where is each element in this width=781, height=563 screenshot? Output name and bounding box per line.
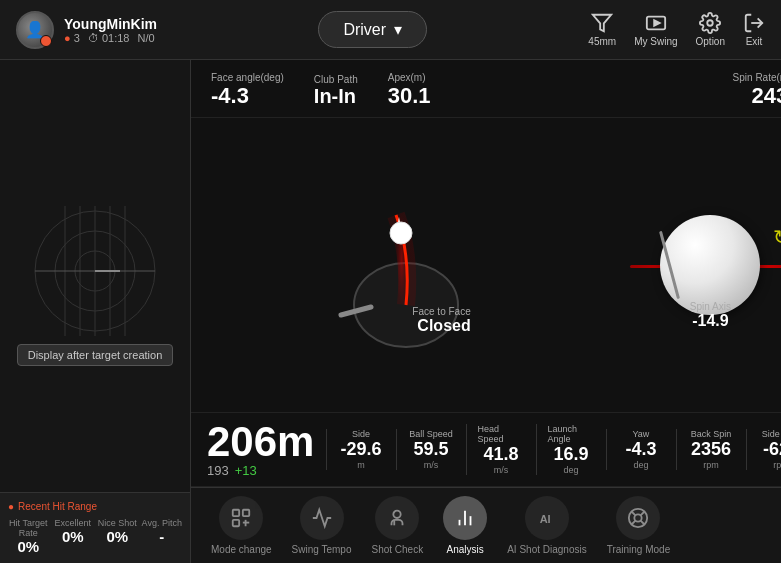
user-name: YoungMinKim [64, 16, 157, 32]
tool-training-label: Training Mode [607, 544, 671, 555]
svg-point-17 [390, 222, 412, 244]
icon-option[interactable]: Option [696, 12, 725, 47]
tool-training-icon [616, 496, 660, 540]
metric-club-path-label: Club Path [314, 74, 358, 85]
stat-side: Side -29.6 m [326, 429, 384, 470]
user-time: ⏱ 01:18 [88, 32, 130, 44]
tool-ai-shot-icon: AI [525, 496, 569, 540]
club-visual: Face to Face Closed [201, 185, 600, 345]
stat-yaw-unit: deg [633, 460, 648, 470]
hit-stat-target-rate-label: Hit Target Rate [8, 518, 49, 538]
face-info: Face to Face Closed [412, 306, 470, 335]
metric-spin-rate-value: 2438 [733, 83, 781, 109]
icon-exit[interactable]: Exit [743, 12, 765, 47]
distance-secondary: 193 [207, 463, 229, 478]
stat-ball-speed: Ball Speed 59.5 m/s [396, 429, 454, 470]
tool-ai-shot[interactable]: AI AI Shot Diagnosis [507, 496, 587, 555]
icon-my-swing[interactable]: My Swing [634, 12, 677, 47]
tool-shot-check-label: Shot Check [371, 544, 423, 555]
top-bar: 👤 YoungMinKim ● 3 ⏱ 01:18 N/0 Driver ▾ 4… [0, 0, 781, 60]
hit-stat-excellent-value: 0% [62, 528, 84, 545]
user-info: 👤 YoungMinKim ● 3 ⏱ 01:18 N/0 [16, 11, 157, 49]
distance-diff: +13 [235, 463, 257, 478]
tool-analysis-icon [443, 496, 487, 540]
stat-launch-angle: Launch Angle 16.9 deg [536, 424, 594, 475]
stat-back-spin-value: 2356 [691, 439, 731, 460]
tool-training[interactable]: Training Mode [607, 496, 671, 555]
club-selector[interactable]: Driver ▾ [318, 11, 427, 48]
stat-back-spin-unit: rpm [703, 460, 719, 470]
tool-analysis-label: Analysis [447, 544, 484, 555]
user-meta: ● 3 ⏱ 01:18 N/0 [64, 32, 157, 44]
avatar: 👤 [16, 11, 54, 49]
right-panel: Face angle(deg) -4.3 Club Path In-In Ape… [191, 60, 781, 563]
stat-back-spin-label: Back Spin [691, 429, 732, 439]
metric-spin-rate: Spin Rate(rpm) 2438 [733, 72, 781, 109]
stat-ball-speed-value: 59.5 [413, 439, 448, 460]
svg-line-32 [632, 512, 636, 516]
stat-side-spin-unit: rpm [773, 460, 781, 470]
club-head-wrapper: Face to Face Closed [321, 195, 481, 335]
metric-apex-value: 30.1 [388, 83, 431, 109]
distance-sub: 193 +13 [207, 463, 314, 478]
stat-head-speed-label: Head Speed [477, 424, 524, 444]
stat-head-speed-value: 41.8 [483, 444, 518, 465]
stat-ball-speed-unit: m/s [424, 460, 439, 470]
hit-stat-nice-shot-value: 0% [106, 528, 128, 545]
tool-swing-tempo[interactable]: Swing Tempo [292, 496, 352, 555]
user-details: YoungMinKim ● 3 ⏱ 01:18 N/0 [64, 16, 157, 44]
distance-value: 206m [207, 421, 314, 463]
stat-side-unit: m [357, 460, 365, 470]
distance-row: 206m 193 +13 Side -29.6 m Ball Speed 59.… [191, 412, 781, 487]
tool-mode-change-icon [219, 496, 263, 540]
hit-stats-row: Hit Target Rate 0% Excellent 0% Nice Sho… [8, 518, 182, 555]
tool-ai-shot-label: AI Shot Diagnosis [507, 544, 587, 555]
svg-point-3 [708, 20, 714, 26]
metric-apex: Apex(m) 30.1 [388, 72, 431, 109]
tool-mode-change[interactable]: Mode change [211, 496, 272, 555]
face-to-face-value: Closed [412, 317, 470, 335]
face-to-face-label: Face to Face [412, 306, 470, 317]
recent-hit-label: ● Recent Hit Range [8, 501, 182, 512]
golf-ball-3d [660, 215, 760, 315]
stat-ball-speed-label: Ball Speed [409, 429, 453, 439]
stat-yaw-label: Yaw [633, 429, 650, 439]
stat-side-spin-value: -625 [763, 439, 781, 460]
stat-launch-angle-unit: deg [563, 465, 578, 475]
svg-line-34 [641, 512, 645, 516]
icon-45mm[interactable]: 45mm [588, 12, 616, 47]
hit-stat-avg-pitch-label: Avg. Pitch [142, 518, 182, 528]
tool-analysis[interactable]: Analysis [443, 496, 487, 555]
hit-stat-target-rate: Hit Target Rate 0% [8, 518, 49, 555]
hit-stat-avg-pitch-value: - [159, 528, 164, 545]
tool-shot-check[interactable]: Shot Check [371, 496, 423, 555]
metric-face-angle-label: Face angle(deg) [211, 72, 284, 83]
club-name: Driver [343, 21, 386, 39]
metric-club-path-value: In-In [314, 85, 358, 108]
dropdown-arrow: ▾ [394, 20, 402, 39]
ball-visual: ↻ Spin Axis -14.9 [610, 185, 781, 345]
svg-line-33 [641, 521, 645, 525]
icon-exit-label: Exit [746, 36, 763, 47]
tool-swing-tempo-icon [300, 496, 344, 540]
spin-arrow: ↻ [773, 225, 781, 249]
metric-spin-rate-label: Spin Rate(rpm) [733, 72, 781, 83]
ball-seam [659, 231, 680, 299]
svg-point-31 [635, 514, 642, 521]
metric-face-angle-value: -4.3 [211, 83, 284, 109]
tool-shot-check-icon [375, 496, 419, 540]
stat-yaw-value: -4.3 [625, 439, 656, 460]
metric-apex-label: Apex(m) [388, 72, 431, 83]
svg-rect-19 [233, 510, 239, 516]
stat-back-spin: Back Spin 2356 rpm [676, 429, 734, 470]
svg-rect-20 [243, 510, 249, 516]
icon-my-swing-label: My Swing [634, 36, 677, 47]
stat-side-spin-label: Side Spin [762, 429, 781, 439]
user-score: N/0 [137, 32, 154, 44]
distance-main: 206m 193 +13 [207, 421, 314, 478]
radar-area: Display after target creation [0, 60, 190, 492]
stat-side-spin: Side Spin -625 rpm [746, 429, 781, 470]
hit-stat-excellent: Excellent 0% [53, 518, 94, 555]
visual-area: Face to Face Closed ↻ [191, 118, 781, 412]
metric-club-path: Club Path In-In [314, 74, 358, 108]
